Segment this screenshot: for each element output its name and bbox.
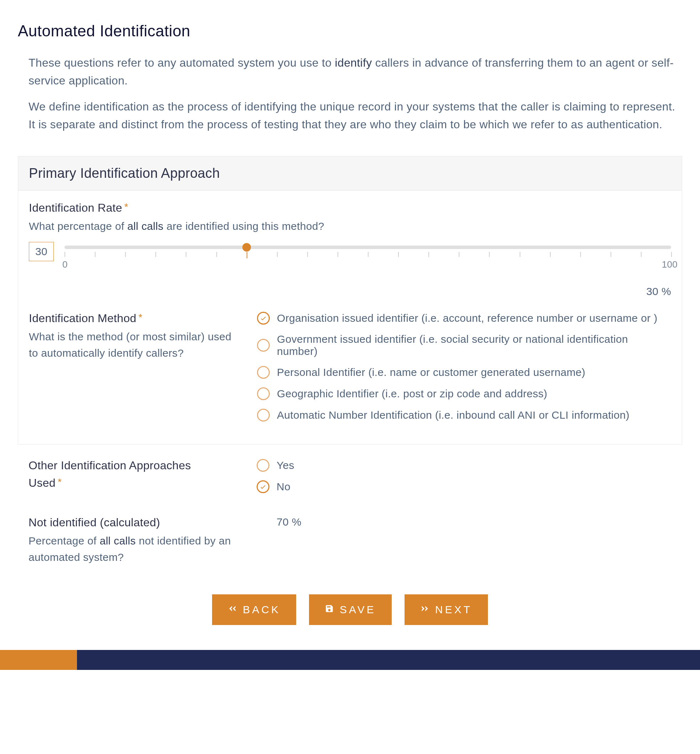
not-identified-help: Percentage of all calls not identified b… xyxy=(28,533,242,566)
identification-method-help: What is the method (or most similar) use… xyxy=(29,329,243,362)
action-bar: BACK SAVE NEXT xyxy=(18,580,682,650)
intro-paragraph-2: We define identification as the process … xyxy=(28,98,679,133)
other-approaches-options: YesNo xyxy=(256,459,672,502)
footer-accent-bars xyxy=(0,650,700,670)
page-title: Automated Identification xyxy=(18,22,682,40)
save-button[interactable]: SAVE xyxy=(309,594,392,625)
other-approaches-option-label: No xyxy=(277,481,291,493)
required-asterisk: * xyxy=(139,312,142,323)
identification-method-option-label: Organisation issued identifier (i.e. acc… xyxy=(277,312,657,324)
other-approaches-option-0[interactable]: Yes xyxy=(256,459,672,472)
other-approaches-option-1[interactable]: No xyxy=(256,480,672,493)
footer-bar-orange xyxy=(0,650,77,670)
next-button-label: NEXT xyxy=(435,604,472,616)
not-identified-field: Not identified (calculated) Percentage o… xyxy=(28,516,672,566)
radio-icon xyxy=(257,366,270,379)
identification-rate-label: Identification Rate* xyxy=(29,201,671,214)
identification-method-option-0[interactable]: Organisation issued identifier (i.e. acc… xyxy=(257,312,671,325)
not-identified-label: Not identified (calculated) xyxy=(28,516,242,529)
save-icon xyxy=(325,604,334,616)
identification-method-option-label: Automatic Number Identification (i.e. in… xyxy=(277,409,630,421)
slider-thumb[interactable] xyxy=(242,243,251,251)
identification-method-options: Organisation issued identifier (i.e. acc… xyxy=(257,312,671,430)
slider-value-box[interactable]: 30 xyxy=(29,242,54,261)
back-button-label: BACK xyxy=(243,604,281,616)
next-button[interactable]: NEXT xyxy=(405,594,488,625)
intro-block: These questions refer to any automated s… xyxy=(18,54,682,156)
footer-bar-navy xyxy=(77,650,700,670)
identification-rate-field: Identification Rate* What percentage of … xyxy=(29,201,671,298)
identification-method-option-1[interactable]: Government issued identifier (i.e. socia… xyxy=(257,333,671,357)
other-approaches-field: Other Identification Approaches Used* Ye… xyxy=(28,459,672,502)
radio-icon xyxy=(256,480,269,493)
other-approaches-option-label: Yes xyxy=(277,459,294,471)
identification-rate-help: What percentage of all calls are identif… xyxy=(29,218,671,235)
primary-identification-panel: Primary Identification Approach Identifi… xyxy=(18,156,682,445)
required-asterisk: * xyxy=(124,201,128,212)
identification-method-option-label: Geographic Identifier (i.e. post or zip … xyxy=(277,388,547,400)
radio-icon xyxy=(257,312,270,325)
radio-icon xyxy=(257,409,270,421)
slider-ticks xyxy=(64,252,671,258)
chevrons-right-icon xyxy=(420,604,430,616)
identification-rate-slider[interactable]: 0 100 xyxy=(64,242,671,270)
identification-method-option-label: Government issued identifier (i.e. socia… xyxy=(277,333,671,357)
back-button[interactable]: BACK xyxy=(212,594,296,625)
other-approaches-label-line1: Other Identification Approaches xyxy=(28,459,242,472)
slider-readout: 30 % xyxy=(29,286,671,298)
intro-paragraph-1: These questions refer to any automated s… xyxy=(28,54,679,89)
save-button-label: SAVE xyxy=(340,604,376,616)
radio-icon xyxy=(257,387,270,400)
footer-whitespace xyxy=(0,670,700,754)
slider-axis-labels: 0 100 xyxy=(64,259,671,270)
identification-method-option-3[interactable]: Geographic Identifier (i.e. post or zip … xyxy=(257,387,671,400)
identification-method-field: Identification Method* What is the metho… xyxy=(29,312,671,430)
chevrons-left-icon xyxy=(228,604,237,616)
identification-method-label: Identification Method* xyxy=(29,312,243,325)
not-identified-value: 70 % xyxy=(256,516,672,528)
identification-method-option-label: Personal Identifier (i.e. name or custom… xyxy=(277,366,585,378)
identification-method-option-2[interactable]: Personal Identifier (i.e. name or custom… xyxy=(257,366,671,379)
required-asterisk: * xyxy=(58,476,62,487)
panel-header: Primary Identification Approach xyxy=(18,156,682,190)
other-approaches-label-line2: Used* xyxy=(28,476,242,490)
radio-icon xyxy=(256,459,269,472)
identification-method-option-4[interactable]: Automatic Number Identification (i.e. in… xyxy=(257,409,671,421)
radio-icon xyxy=(257,339,270,352)
